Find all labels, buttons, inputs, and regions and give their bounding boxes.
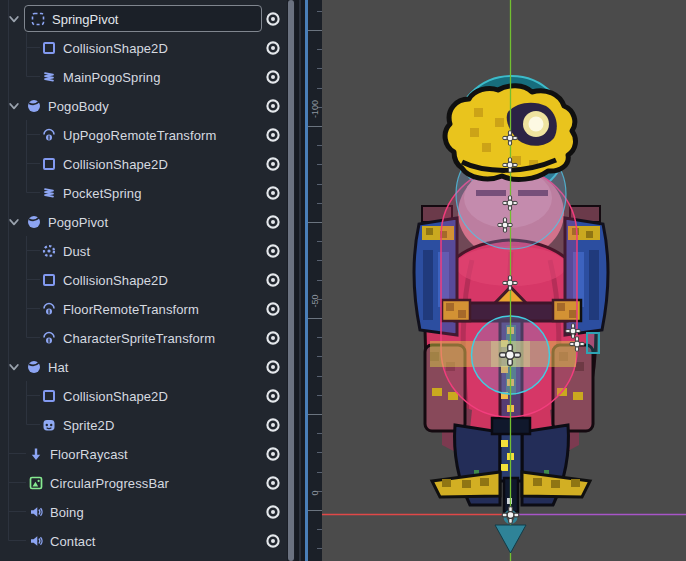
node-label: Boing — [50, 504, 84, 519]
tree-row[interactable]: PocketSpring — [0, 178, 286, 207]
tree-row[interactable]: PogoPivot — [0, 207, 286, 236]
ruler-label: -50 — [310, 287, 320, 315]
camera-rect-gizmo — [587, 333, 599, 353]
tree-row[interactable]: UpPogoRemoteTransform — [0, 120, 286, 149]
viewport-2d[interactable] — [322, 0, 686, 561]
viewport-canvas[interactable] — [322, 0, 686, 561]
spring-joint-icon — [41, 185, 57, 201]
chevron-down-icon[interactable] — [6, 359, 22, 375]
visibility-eye-icon[interactable] — [264, 329, 282, 347]
sprite-icon — [41, 417, 57, 433]
visibility-eye-icon[interactable] — [264, 503, 282, 521]
tree-row[interactable]: Boing — [0, 497, 286, 526]
tree-row-springpivot[interactable]: SpringPivot — [0, 4, 286, 33]
tree-row[interactable]: CircularProgressBar — [0, 468, 286, 497]
node-label: Hat — [48, 359, 69, 374]
tree-row[interactable]: PogoBody — [0, 91, 286, 120]
chevron-down-icon[interactable] — [6, 98, 22, 114]
godot-editor: SpringPivot CollisionShape2D MainPogoSpr… — [0, 0, 686, 561]
node-label: Sprite2D — [63, 417, 114, 432]
node-label: CharacterSpriteTransform — [63, 330, 215, 345]
audio-player-icon — [28, 504, 44, 520]
collision-shape-icon — [41, 40, 57, 56]
tree-row[interactable]: Dust — [0, 236, 286, 265]
marquee-icon — [30, 11, 46, 27]
tree-scrollbar-thumb[interactable] — [288, 0, 294, 561]
tree-row[interactable]: CharacterSpriteTransform — [0, 323, 286, 352]
visibility-eye-icon[interactable] — [264, 532, 282, 550]
physics-body-icon — [26, 359, 42, 375]
visibility-eye-icon[interactable] — [264, 445, 282, 463]
visibility-eye-icon[interactable] — [264, 39, 282, 57]
splitter-line — [299, 0, 301, 561]
visibility-eye-icon[interactable] — [264, 213, 282, 231]
spring-joint-icon — [41, 69, 57, 85]
node-label: FloorRemoteTransform — [63, 301, 199, 316]
physics-body-icon — [26, 98, 42, 114]
tree-row[interactable]: CollisionShape2D — [0, 265, 286, 294]
tree-row[interactable]: Sprite2D — [0, 410, 286, 439]
visibility-eye-icon[interactable] — [264, 242, 282, 260]
tree-row[interactable]: MainPogoSpring — [0, 62, 286, 91]
tree-row[interactable]: CollisionShape2D — [0, 33, 286, 62]
visibility-eye-icon[interactable] — [264, 97, 282, 115]
node-label: UpPogoRemoteTransform — [63, 127, 216, 142]
ruler-label: -100 — [310, 95, 320, 123]
visibility-eye-icon[interactable] — [264, 358, 282, 376]
node-label: FloorRaycast — [50, 446, 128, 461]
node-label: CollisionShape2D — [63, 40, 168, 55]
audio-player-icon — [28, 533, 44, 549]
node-label: CollisionShape2D — [63, 388, 168, 403]
node-label: CircularProgressBar — [50, 475, 169, 490]
tree-row[interactable]: Contact — [0, 526, 286, 555]
visibility-eye-icon[interactable] — [264, 300, 282, 318]
node-label: MainPogoSpring — [63, 69, 161, 84]
remote-transform-icon — [41, 330, 57, 346]
visibility-eye-icon[interactable] — [264, 155, 282, 173]
collision-shape-icon — [41, 156, 57, 172]
vertical-ruler[interactable]: -100-500 — [308, 0, 323, 561]
texture-progress-icon — [28, 475, 44, 491]
particles-icon — [41, 243, 57, 259]
rename-value: SpringPivot — [52, 11, 118, 26]
tree-row[interactable]: FloorRaycast — [0, 439, 286, 468]
node-label: PocketSpring — [63, 185, 142, 200]
dock-splitter[interactable] — [295, 0, 305, 561]
collision-shape-icon — [41, 272, 57, 288]
visibility-eye-icon[interactable] — [264, 271, 282, 289]
visibility-eye-icon[interactable] — [264, 474, 282, 492]
node-label: Contact — [50, 533, 96, 548]
ruler-label: 0 — [310, 479, 320, 507]
visibility-eye-icon[interactable] — [264, 416, 282, 434]
tree-row[interactable]: CollisionShape2D — [0, 149, 286, 178]
physics-body-icon — [26, 214, 42, 230]
scene-tree-panel: SpringPivot CollisionShape2D MainPogoSpr… — [0, 0, 295, 561]
node-label: PogoPivot — [48, 214, 108, 229]
tree-row[interactable]: Hat — [0, 352, 286, 381]
visibility-eye-icon[interactable] — [264, 184, 282, 202]
node-label: Dust — [63, 243, 90, 258]
chevron-down-icon[interactable] — [6, 214, 22, 230]
remote-transform-icon — [41, 127, 57, 143]
tree-row[interactable]: CollisionShape2D — [0, 381, 286, 410]
node-label: CollisionShape2D — [63, 272, 168, 287]
visibility-eye-icon[interactable] — [264, 10, 282, 28]
visibility-eye-icon[interactable] — [264, 68, 282, 86]
visibility-eye-icon[interactable] — [264, 126, 282, 144]
chevron-down-icon[interactable] — [6, 11, 22, 27]
node-label: PogoBody — [48, 98, 109, 113]
remote-transform-icon — [41, 301, 57, 317]
collision-shape-icon — [41, 388, 57, 404]
tree-row[interactable]: FloorRemoteTransform — [0, 294, 286, 323]
visibility-eye-icon[interactable] — [264, 387, 282, 405]
raycast-icon — [28, 446, 44, 462]
rename-input[interactable]: SpringPivot — [24, 5, 262, 32]
node-label: CollisionShape2D — [63, 156, 168, 171]
